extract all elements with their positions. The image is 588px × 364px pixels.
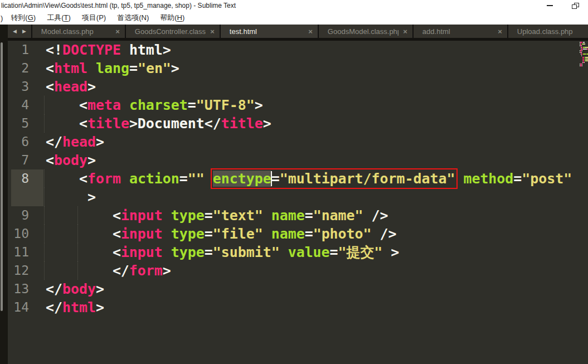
code-token: = <box>305 207 313 224</box>
code-row: 14</html> <box>8 298 588 317</box>
code-editor[interactable]: 1<!DOCTYPE html>2<html lang="en">3<head>… <box>8 41 588 317</box>
minimap-row <box>580 42 588 43</box>
code-token: </ <box>46 281 62 297</box>
line-number: 14 <box>8 298 46 317</box>
code-line[interactable]: <body> <box>46 151 588 169</box>
code-row: 5 <title>Document</title> <box>8 114 588 133</box>
left-scrollbar[interactable] <box>1 42 3 311</box>
code-row: > <box>8 188 588 206</box>
menu-item-project[interactable]: 项目(P) <box>76 13 111 23</box>
code-token: > <box>263 115 271 132</box>
code-row: 13</body> <box>8 280 588 298</box>
line-number: 5 <box>8 114 46 133</box>
tab-label: add.html <box>422 27 493 36</box>
code-token: DOCTYPE <box>62 42 121 58</box>
code-token: lang <box>96 60 129 76</box>
line-number: 7 <box>8 151 46 169</box>
code-token: input <box>121 207 163 224</box>
line-number: 3 <box>8 77 46 96</box>
code-token: type <box>171 207 205 224</box>
code-line[interactable]: <head> <box>46 77 588 96</box>
code-line[interactable]: </html> <box>46 298 588 317</box>
line-number: 10 <box>8 225 46 243</box>
tab-test-html[interactable]: test.html× <box>221 25 319 38</box>
tab-scroll-right-icon[interactable]: ▶ <box>22 28 26 34</box>
close-icon[interactable]: × <box>210 27 215 36</box>
code-line[interactable]: <input type="file" name="photo" /> <box>46 225 588 243</box>
tab-goodscontroller-class-php[interactable]: GoodsController.class.php× <box>126 25 221 38</box>
indent-guide <box>44 261 45 280</box>
code-token: < <box>46 152 54 168</box>
code-area[interactable]: 1<!DOCTYPE html>2<html lang="en">3<head>… <box>8 41 588 317</box>
code-line[interactable]: <!DOCTYPE html> <box>46 41 588 59</box>
code-line[interactable]: > <box>46 188 588 206</box>
code-token: action <box>129 171 179 187</box>
code-token <box>121 171 129 187</box>
titlebar: lication\Admin\View\Goods\test.html (tp,… <box>0 0 588 11</box>
code-line[interactable]: </body> <box>46 280 588 298</box>
code-token: < <box>46 60 54 76</box>
code-line[interactable]: <input type="text" name="name" /> <box>46 206 588 225</box>
code-token: = <box>205 226 213 242</box>
code-token: form <box>129 263 163 279</box>
minimap[interactable] <box>580 42 588 67</box>
menubar: )转到(G)工具(T)项目(P)首选项(N)帮助(H) <box>0 11 588 25</box>
restore-icon <box>572 3 579 9</box>
tab-scroll-arrows: ◀ ▶ <box>8 25 32 38</box>
code-line[interactable]: <html lang="en"> <box>46 59 588 77</box>
code-token: < <box>46 244 121 260</box>
tab-label: test.html <box>230 27 304 36</box>
menu-item-help[interactable]: 帮助(H) <box>154 13 190 23</box>
line-number <box>8 188 46 206</box>
code-token: "name" <box>313 207 363 224</box>
code-token: = <box>513 171 522 187</box>
code-token: >Document</ <box>129 115 221 132</box>
tab-label: Model.class.php <box>41 27 111 36</box>
restore-button[interactable] <box>562 0 588 11</box>
minimap-row <box>580 45 588 46</box>
code-token: </ <box>46 263 129 279</box>
close-icon[interactable]: × <box>115 27 120 36</box>
code-line[interactable]: <meta charset="UTF-8"> <box>46 96 588 114</box>
code-token: html <box>54 60 88 76</box>
code-token: html <box>62 299 96 316</box>
code-line[interactable]: <form action="" enctype="multipart/form-… <box>46 169 588 188</box>
menu-item-truncated[interactable]: ) <box>0 14 5 22</box>
code-row: 12 </form> <box>8 261 588 280</box>
code-token <box>88 60 96 76</box>
code-line[interactable]: <title>Document</title> <box>46 114 588 133</box>
code-line[interactable]: </head> <box>46 133 588 151</box>
code-row: 2<html lang="en"> <box>8 59 588 77</box>
code-line[interactable]: </form> <box>46 261 588 280</box>
code-token: body <box>62 281 96 297</box>
minimap-row <box>580 52 588 53</box>
line-number: 6 <box>8 133 46 151</box>
close-icon[interactable]: × <box>403 27 407 36</box>
menu-item-goto[interactable]: 转到(G) <box>5 13 41 23</box>
code-token: method <box>463 171 513 187</box>
tab-scroll-left-icon[interactable]: ◀ <box>13 28 17 34</box>
indent-guide <box>44 188 45 206</box>
code-token: type <box>171 244 205 260</box>
code-line[interactable]: <input type="submit" value="提交" > <box>46 243 588 261</box>
code-row: 4 <meta charset="UTF-8"> <box>8 96 588 114</box>
line-number: 2 <box>8 59 46 77</box>
code-token: "post" <box>522 171 572 187</box>
close-icon[interactable]: × <box>308 27 313 36</box>
menu-item-tools[interactable]: 工具(T) <box>41 13 76 23</box>
indent-guide <box>77 206 78 225</box>
code-token: type <box>171 226 205 242</box>
menu-item-preferences[interactable]: 首选项(N) <box>111 13 154 23</box>
minimap-row <box>580 57 588 58</box>
close-icon[interactable]: × <box>498 27 502 36</box>
code-token: head <box>62 134 96 150</box>
minimize-button[interactable] <box>537 0 562 11</box>
code-token: > <box>88 79 96 95</box>
tab-goodsmodel-class-php[interactable]: GoodsModel.class.php× <box>319 25 414 38</box>
tab-add-html[interactable]: add.html× <box>414 25 508 38</box>
code-token: < <box>46 97 88 113</box>
code-row: 7<body> <box>8 151 588 169</box>
tab-upload-class-php[interactable]: Upload.class.php <box>508 25 588 38</box>
indent-guide <box>77 261 78 280</box>
tab-model-class-php[interactable]: Model.class.php× <box>32 25 126 38</box>
